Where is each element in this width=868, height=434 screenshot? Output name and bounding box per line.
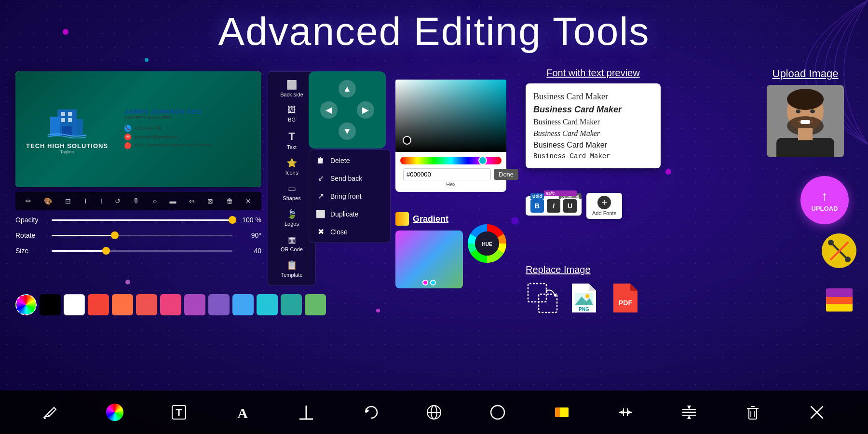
svg-point-44 <box>491 406 504 419</box>
hue-wheel[interactable]: HUE <box>465 222 509 265</box>
rotate-thumb[interactable] <box>111 231 119 239</box>
color-orange-swatch[interactable] <box>112 294 133 315</box>
bottom-delete-tool[interactable] <box>741 400 765 424</box>
color-gradient-box[interactable] <box>395 80 506 152</box>
font-item-1[interactable]: Business Card Maker <box>533 90 653 103</box>
add-fonts-button[interactable]: + Add Fonts <box>586 193 622 219</box>
scissors-tool[interactable] <box>820 231 858 270</box>
layers-tool[interactable] <box>820 280 858 318</box>
bottom-undo-tool[interactable] <box>358 400 382 424</box>
crop-icon[interactable]: ⊡ <box>65 197 71 205</box>
text-size-icon[interactable]: I <box>100 197 102 205</box>
undo-icon[interactable]: ↺ <box>115 197 121 205</box>
opacity-track[interactable] <box>52 219 232 221</box>
font-item-5[interactable]: Business Card Maker <box>533 139 653 151</box>
upload-photo[interactable] <box>767 85 844 157</box>
bottom-color-tool[interactable] <box>103 400 127 424</box>
replace-frame-svg <box>526 281 559 315</box>
underline-button[interactable]: U <box>563 199 577 213</box>
gradient-dot-1 <box>422 280 428 285</box>
text-icon[interactable]: T <box>83 197 88 205</box>
close-icon[interactable]: ✕ <box>245 197 251 205</box>
bottom-circle-tool[interactable] <box>486 400 510 424</box>
pdf-export-icon[interactable]: PDF <box>609 281 642 315</box>
rotate-track[interactable] <box>52 235 232 236</box>
edit-icon[interactable]: ✏ <box>26 197 31 205</box>
color-teal-swatch[interactable] <box>281 294 302 315</box>
deco-dot-2 <box>145 58 149 62</box>
color-red-swatch[interactable] <box>88 294 109 315</box>
color-lightred-swatch[interactable] <box>136 294 157 315</box>
font-item-2[interactable]: Business Card Maker <box>533 103 653 116</box>
mic-icon[interactable]: 🎙 <box>133 197 140 205</box>
upload-button[interactable]: ↑ UPLOAD <box>800 176 849 224</box>
ctx-send-back[interactable]: ↙ Send back <box>309 169 390 187</box>
menu-qr-label: QR Code <box>281 246 303 252</box>
menu-template[interactable]: 📋 Template <box>268 256 315 282</box>
move-left-button[interactable]: ◀ <box>320 101 338 119</box>
color-pink-swatch[interactable] <box>160 294 181 315</box>
done-button[interactable]: Done <box>494 169 518 180</box>
move-up-button[interactable]: ▲ <box>339 80 356 97</box>
replace-title: Replace Image <box>526 264 642 275</box>
gradient-dots <box>422 280 436 285</box>
color-wheel-icon[interactable]: 🎨 <box>44 197 52 205</box>
ctx-delete[interactable]: 🗑 Delete <box>309 152 390 169</box>
deco-dot-4 <box>125 280 130 285</box>
bottom-font-tool[interactable]: A <box>231 400 255 424</box>
move-down-button[interactable]: ▼ <box>339 122 356 140</box>
card-canvas[interactable]: TECH HIGH SOLUTIONS Tagline JAMES JOHNSO… <box>15 71 261 187</box>
color-white-swatch[interactable] <box>64 294 85 315</box>
bold-button[interactable]: B <box>530 199 544 213</box>
circle-icon[interactable]: ○ <box>153 197 157 205</box>
rainbow-cursor <box>478 156 487 165</box>
bottom-compress-tool[interactable] <box>677 400 701 424</box>
card-phone: 📞 +123-456-789 <box>124 125 256 132</box>
bottom-edit-tool[interactable] <box>39 400 63 424</box>
ctx-duplicate[interactable]: ⬜ Duplicate <box>309 205 390 223</box>
opacity-thumb[interactable] <box>229 216 236 224</box>
icons-menu-icon: ⭐ <box>286 158 297 168</box>
filter-icon[interactable]: ⊠ <box>207 197 213 205</box>
color-gradient <box>395 80 506 152</box>
italic-button[interactable]: I <box>547 199 560 213</box>
replace-frame-icon[interactable] <box>526 281 559 315</box>
bottom-close-tool[interactable] <box>805 400 829 424</box>
color-purple-swatch[interactable] <box>184 294 205 315</box>
size-track[interactable] <box>52 250 232 252</box>
rainbow-bar[interactable] <box>400 157 502 164</box>
ctx-close[interactable]: ✖ Close <box>309 223 390 241</box>
font-item-3[interactable]: Business Card Maker <box>533 116 653 128</box>
circle-tool-icon <box>489 404 506 421</box>
expand-icon[interactable]: ⇔ <box>189 197 195 205</box>
png-export-icon[interactable]: PNG <box>567 281 601 315</box>
color-cyan-swatch[interactable] <box>257 294 278 315</box>
tools-row <box>820 231 858 318</box>
bottom-filter-tool[interactable] <box>422 400 446 424</box>
rect-icon[interactable]: ▬ <box>170 197 176 205</box>
ctx-bring-front[interactable]: ↗ Bring front <box>309 187 390 205</box>
font-item-6[interactable]: Business Card Maker <box>533 151 653 162</box>
card-logo-area: TECH HIGH SOLUTIONS Tagline <box>15 71 119 187</box>
bottom-color-fill-tool[interactable] <box>550 400 574 424</box>
delete-icon[interactable]: 🗑 <box>226 197 233 205</box>
bottom-insert-tool[interactable] <box>294 400 318 424</box>
color-picker[interactable]: Done Hex <box>395 80 506 192</box>
color-rainbow-swatch[interactable] <box>15 294 37 315</box>
bottom-expand-tool[interactable] <box>613 400 637 424</box>
text-tool-icon: T <box>170 404 188 421</box>
move-right-button[interactable]: ▶ <box>357 101 374 119</box>
menu-shapes-label: Shapes <box>283 195 300 201</box>
card-tagline: Tagline <box>60 149 74 154</box>
color-blue-swatch[interactable] <box>232 294 254 315</box>
location-icon: 📍 <box>124 142 131 149</box>
expand-tool-icon <box>617 404 634 421</box>
hex-input[interactable] <box>403 168 491 180</box>
size-thumb[interactable] <box>102 247 110 255</box>
svg-rect-18 <box>800 120 810 124</box>
font-item-4[interactable]: Business Card Maker <box>533 128 653 139</box>
bottom-text-tool[interactable]: T <box>167 400 191 424</box>
color-green-swatch[interactable] <box>305 294 326 315</box>
color-violet-swatch[interactable] <box>208 294 230 315</box>
color-black-swatch[interactable] <box>40 294 61 315</box>
